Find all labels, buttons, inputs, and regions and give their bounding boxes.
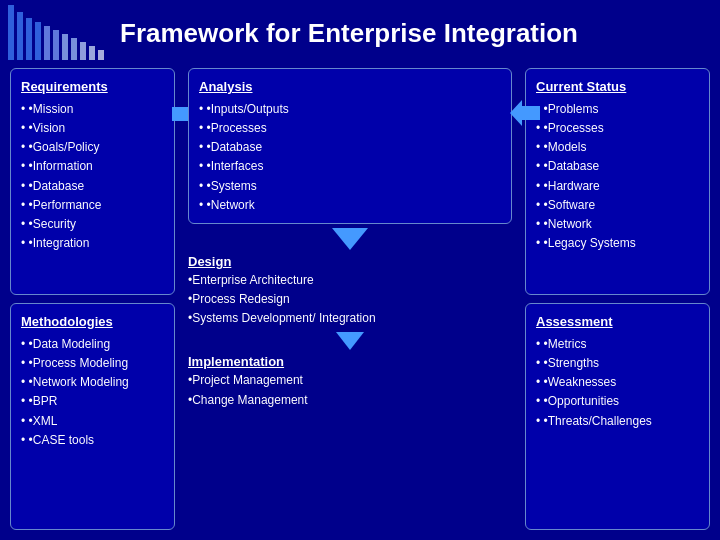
- list-item: •XML: [21, 412, 164, 431]
- list-item: •CASE tools: [21, 431, 164, 450]
- list-item: •Legacy Systems: [536, 234, 699, 253]
- list-item: •Mission: [21, 100, 164, 119]
- bar-4: [35, 22, 41, 60]
- list-item: •Models: [536, 138, 699, 157]
- list-item: •Information: [21, 157, 164, 176]
- bar-10: [89, 46, 95, 60]
- analysis-box: Analysis •Inputs/Outputs •Processes •Dat…: [188, 68, 512, 224]
- list-item: •Data Modeling: [21, 335, 164, 354]
- list-item: •BPR: [21, 392, 164, 411]
- requirements-title: Requirements: [21, 77, 164, 98]
- list-item: •Interfaces: [199, 157, 501, 176]
- list-item: •Processes: [536, 119, 699, 138]
- list-item: •Database: [21, 177, 164, 196]
- list-item: •Network Modeling: [21, 373, 164, 392]
- list-item: •Opportunities: [536, 392, 699, 411]
- list-item: •Systems: [199, 177, 501, 196]
- bar-8: [71, 38, 77, 60]
- list-item: •Project Management: [188, 371, 512, 390]
- main-content: Requirements •Mission •Vision •Goals/Pol…: [10, 68, 710, 530]
- design-list: •Enterprise Architecture •Process Redesi…: [188, 271, 512, 329]
- list-item: •Processes: [199, 119, 501, 138]
- bar-1: [8, 5, 14, 60]
- methodologies-list: •Data Modeling •Process Modeling •Networ…: [21, 335, 164, 450]
- list-item: •Threats/Challenges: [536, 412, 699, 431]
- list-item: •Strengths: [536, 354, 699, 373]
- list-item: •Change Management: [188, 391, 512, 410]
- arrow-left-current: [510, 98, 540, 128]
- list-item: •Enterprise Architecture: [188, 271, 512, 290]
- down-arrow-icon: [332, 228, 368, 250]
- analysis-title: Analysis: [199, 77, 501, 98]
- list-item: •Metrics: [536, 335, 699, 354]
- bar-11: [98, 50, 104, 60]
- assessment-box: Assessment •Metrics •Strengths •Weakness…: [525, 303, 710, 530]
- list-item: •Performance: [21, 196, 164, 215]
- list-item: •Hardware: [536, 177, 699, 196]
- arrow-down-1: [332, 228, 368, 250]
- current-status-title: Current Status: [536, 77, 699, 98]
- design-title: Design: [188, 254, 512, 269]
- list-item: •Database: [199, 138, 501, 157]
- current-status-list: •Problems •Processes •Models •Database •…: [536, 100, 699, 254]
- decorative-bars: [0, 0, 110, 60]
- bar-7: [62, 34, 68, 60]
- list-item: •Systems Development/ Integration: [188, 309, 512, 328]
- down-arrow-small-icon: [336, 332, 364, 350]
- list-item: •Security: [21, 215, 164, 234]
- analysis-wrapper: Analysis •Inputs/Outputs •Processes •Dat…: [188, 68, 512, 224]
- assessment-list: •Metrics •Strengths •Weaknesses •Opportu…: [536, 335, 699, 431]
- middle-column: Analysis •Inputs/Outputs •Processes •Dat…: [183, 68, 517, 530]
- bar-2: [17, 12, 23, 60]
- arrow-down-2: [336, 332, 364, 350]
- implementation-wrapper: Implementation •Project Management •Chan…: [188, 354, 512, 409]
- methodologies-title: Methodologies: [21, 312, 164, 333]
- list-item: •Vision: [21, 119, 164, 138]
- current-status-box: Current Status •Problems •Processes •Mod…: [525, 68, 710, 295]
- bar-9: [80, 42, 86, 60]
- requirements-box: Requirements •Mission •Vision •Goals/Pol…: [10, 68, 175, 295]
- svg-marker-1: [510, 100, 540, 126]
- assessment-title: Assessment: [536, 312, 699, 333]
- implementation-list: •Project Management •Change Management: [188, 371, 512, 409]
- bar-3: [26, 18, 32, 60]
- list-item: •Software: [536, 196, 699, 215]
- list-item: •Goals/Policy: [21, 138, 164, 157]
- list-item: •Network: [536, 215, 699, 234]
- list-item: •Inputs/Outputs: [199, 100, 501, 119]
- list-item: •Database: [536, 157, 699, 176]
- analysis-list: •Inputs/Outputs •Processes •Database •In…: [199, 100, 501, 215]
- list-item: •Weaknesses: [536, 373, 699, 392]
- design-wrapper: Design •Enterprise Architecture •Process…: [188, 254, 512, 329]
- requirements-list: •Mission •Vision •Goals/Policy •Informat…: [21, 100, 164, 254]
- methodologies-box: Methodologies •Data Modeling •Process Mo…: [10, 303, 175, 530]
- implementation-title: Implementation: [188, 354, 512, 369]
- bar-6: [53, 30, 59, 60]
- list-item: •Integration: [21, 234, 164, 253]
- list-item: •Network: [199, 196, 501, 215]
- list-item: •Process Redesign: [188, 290, 512, 309]
- list-item: •Process Modeling: [21, 354, 164, 373]
- page-title: Framework for Enterprise Integration: [120, 18, 710, 49]
- list-item: •Problems: [536, 100, 699, 119]
- bar-5: [44, 26, 50, 60]
